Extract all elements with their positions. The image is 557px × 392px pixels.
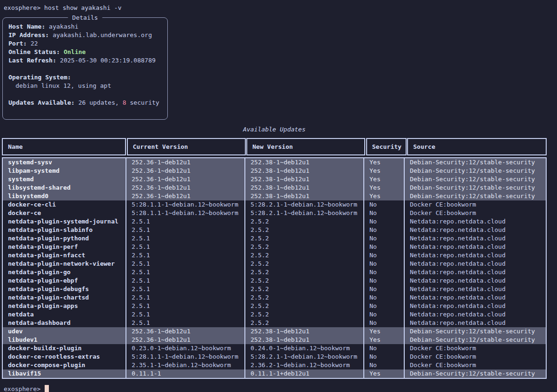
cell-security: Yes (364, 184, 405, 192)
cell-current-version: 2.5.1 (126, 234, 245, 243)
cell-source: Docker CE:bookworm (405, 361, 546, 369)
cell-security: No (364, 251, 405, 260)
cell-new-version: 2.5.2 (245, 319, 364, 327)
column-header-new-version[interactable]: New Version (246, 138, 365, 155)
cell-source: Netdata:repo.netdata.cloud (405, 302, 546, 310)
cell-package-name: systemd-sysv (3, 158, 126, 167)
cell-source: Docker CE:bookworm (405, 209, 546, 217)
text-cursor (45, 385, 49, 392)
cell-current-version: 252.36-1~deb12u1 (126, 175, 245, 184)
cell-current-version: 2.5.1 (126, 293, 245, 302)
cell-source: Netdata:repo.netdata.cloud (405, 226, 546, 234)
cell-security: No (364, 293, 405, 302)
host-name-label: Host Name: (8, 23, 45, 30)
cell-package-name: libsystemd0 (3, 192, 126, 200)
cell-package-name: libsystemd-shared (3, 184, 126, 192)
cell-current-version: 2.5.1 (126, 277, 245, 285)
cell-current-version: 2.5.1 (126, 217, 245, 226)
cell-new-version: 252.38-1~deb12u1 (245, 336, 364, 344)
cell-package-name: netdata-plugin-systemd-journal (3, 217, 126, 226)
cell-security: Yes (364, 167, 405, 175)
cell-new-version: 2.5.2 (245, 217, 364, 226)
shell-prompt-footer: exosphere> (4, 385, 40, 392)
last-refresh-label: Last Refresh: (8, 57, 56, 64)
shell-prompt: exosphere> (4, 4, 40, 11)
cell-security: No (364, 243, 405, 251)
cell-current-version: 252.36-1~deb12u1 (126, 192, 245, 200)
cell-security: No (364, 234, 405, 243)
cell-current-version: 0.11.1-1 (126, 369, 245, 378)
cell-current-version: 252.36-1~deb12u1 (126, 327, 245, 336)
host-name-value: ayakashi (49, 23, 78, 30)
cell-current-version: 2.5.1 (126, 310, 245, 319)
cell-source: Netdata:repo.netdata.cloud (405, 293, 546, 302)
cell-package-name: docker-buildx-plugin (3, 344, 126, 353)
last-refresh-value: 2025-05-30 00:23:19.088789 (60, 57, 156, 64)
cell-current-version: 2.5.1 (126, 251, 245, 260)
cell-source: Debian-Security:12/stable-security (405, 192, 546, 200)
cell-new-version: 2.5.2 (245, 243, 364, 251)
cell-package-name: docker-ce-cli (3, 200, 126, 209)
available-updates-table: Name Current Version New Version Securit… (2, 138, 547, 379)
os-label: Operating System: (8, 73, 162, 82)
cell-source: Netdata:repo.netdata.cloud (405, 277, 546, 285)
cell-security: No (364, 209, 405, 217)
last-refresh-field: Last Refresh: 2025-05-30 00:23:19.088789 (8, 56, 162, 65)
cell-new-version: 252.38-1~deb12u1 (245, 175, 364, 184)
column-header-source[interactable]: Source (407, 138, 547, 155)
cell-source: Debian-Security:12/stable-security (405, 167, 546, 175)
cell-security: No (364, 260, 405, 268)
cell-package-name: netdata-plugin-ebpf (3, 277, 126, 285)
cell-current-version: 2.5.1 (126, 285, 245, 293)
updates-available-label: Updates Available: (8, 99, 75, 106)
cell-security: No (364, 302, 405, 310)
cell-package-name: libavif15 (3, 369, 126, 378)
updates-count: 26 updates, (78, 99, 123, 106)
cell-source: Netdata:repo.netdata.cloud (405, 243, 546, 251)
cell-security: No (364, 226, 405, 234)
column-header-current-version[interactable]: Current Version (127, 138, 246, 155)
cell-package-name: docker-compose-plugin (3, 361, 126, 369)
online-status-field: Online Status: Online (8, 48, 162, 56)
column-header-name[interactable]: Name (2, 138, 126, 155)
cell-security: Yes (364, 336, 405, 344)
cell-package-name: netdata-plugin-pythond (3, 234, 126, 243)
cell-current-version: 2.5.1 (126, 243, 245, 251)
cell-security: Yes (364, 158, 405, 167)
ip-address-field: IP Address: ayakashi.lab.underwares.org (8, 31, 162, 39)
online-status-value: Online (63, 48, 86, 55)
cell-current-version: 252.36-1~deb12u1 (126, 184, 245, 192)
entered-command: host show ayakashi -v (44, 4, 121, 11)
cell-package-name: docker-ce (3, 209, 126, 217)
table-body: systemd-sysv 252.36-1~deb12u1 252.38-1~d… (2, 157, 547, 379)
cell-new-version: 252.38-1~deb12u1 (245, 167, 364, 175)
cell-source: Netdata:repo.netdata.cloud (405, 319, 546, 327)
cell-security: No (364, 217, 405, 226)
cell-new-version: 252.38-1~deb12u1 (245, 192, 364, 200)
ip-address-label: IP Address: (8, 31, 49, 38)
cell-new-version: 252.38-1~deb12u1 (245, 184, 364, 192)
cell-new-version: 2.5.2 (245, 310, 364, 319)
cell-new-version: 2.5.2 (245, 268, 364, 277)
cell-new-version: 5:28.2.1-1~debian.12~bookworm (245, 353, 364, 361)
cell-source: Debian-Security:12/stable-security (405, 369, 546, 378)
cell-package-name: netdata-dashboard (3, 319, 126, 327)
cell-security: Yes (364, 192, 405, 200)
cell-source: Debian-Security:12/stable-security (405, 336, 546, 344)
cell-source: Debian-Security:12/stable-security (405, 184, 546, 192)
terminal-input-line[interactable]: exosphere> (4, 385, 557, 392)
details-panel-title: Details (68, 13, 102, 22)
cell-package-name: netdata-plugin-slabinfo (3, 226, 126, 234)
cell-new-version: 0.11.1-1+deb12u1 (245, 369, 364, 378)
cell-security: No (364, 310, 405, 319)
column-header-security[interactable]: Security (366, 138, 407, 155)
cell-package-name: libudev1 (3, 336, 126, 344)
cell-current-version: 252.36-1~deb12u1 (126, 336, 245, 344)
ip-address-value: ayakashi.lab.underwares.org (53, 31, 152, 38)
port-value: 22 (31, 40, 38, 47)
cell-source: Debian-Security:12/stable-security (405, 158, 546, 167)
cell-current-version: 2.5.1 (126, 268, 245, 277)
cell-current-version: 252.36-1~deb12u1 (126, 167, 245, 175)
os-value: debian linux 12, using apt (8, 82, 162, 90)
cell-source: Docker CE:bookworm (405, 344, 546, 353)
